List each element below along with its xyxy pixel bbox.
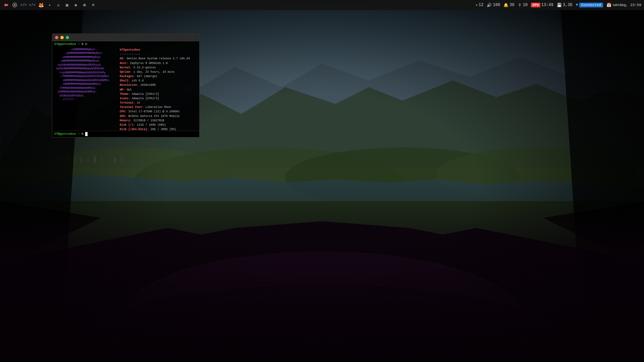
audio-icon: 🔊 xyxy=(487,3,492,8)
taskbar-left: </> </> 🦊 ✦ ✉ ▣ ◈ ⊞ ≡ xyxy=(3,2,97,8)
svg-marker-30 xyxy=(4,3,8,7)
cpu-indicator: CPU 13:49 xyxy=(531,3,553,7)
audio-level: 100 xyxy=(493,3,500,7)
info-memory-line: Memory: 3176MiB / 15927MiB xyxy=(120,119,197,123)
terminal-taskbar-icon[interactable] xyxy=(3,2,9,8)
network-indicator: ▼ Connected xyxy=(576,3,603,7)
bottom-prompt-line: kf@gentoobox ~ % xyxy=(52,131,199,137)
info-wm-line: WM: dwl xyxy=(120,88,197,92)
music-taskbar-icon[interactable]: ▣ xyxy=(64,2,70,8)
notif-count: 30 xyxy=(509,3,514,7)
browser-taskbar-icon[interactable]: 🦊 xyxy=(38,2,44,8)
info-shell-line: Shell: zsh 5.8 xyxy=(120,79,197,83)
info-icons-line: Icons: Adwaita [GTK2/3] xyxy=(120,97,197,101)
info-termfont-line: Terminal Font: Liberation Mono xyxy=(120,105,197,110)
mic-indicator: 🎙 10 xyxy=(518,3,528,8)
info-packages-line: Packages: 947 (emerge) xyxy=(120,74,197,79)
datetime-display: søndag, 23:58 xyxy=(612,3,641,7)
battery-icon: ● xyxy=(476,3,478,7)
info-host-line: Host: Zephyrus M GM501GS 1.0 xyxy=(120,61,197,66)
app9-taskbar-icon[interactable]: ⊞ xyxy=(81,2,88,8)
terminal-titlebar xyxy=(52,34,199,41)
info-terminal-line: Terminal: st xyxy=(120,101,197,105)
datetime-indicator: 📅 søndag, 23:58 xyxy=(606,3,641,8)
vpn-icon: ▼ xyxy=(576,3,578,7)
memory-indicator: 💾 3,3G xyxy=(557,3,573,8)
mic-icon: 🎙 xyxy=(518,3,522,8)
mem-icon: 💾 xyxy=(557,3,562,8)
mem-value: 3,3G xyxy=(563,3,573,7)
info-separator: ------------ xyxy=(120,52,197,57)
code2-taskbar-icon[interactable]: </> xyxy=(29,2,36,8)
svg-point-32 xyxy=(14,4,16,6)
mic-level: 10 xyxy=(523,3,528,7)
info-disk-data-line: Disk (/mnt/data): 28G / 380G (8%) xyxy=(120,127,197,131)
info-kernel-line: Kernel: 5.15.5-gentoo xyxy=(120,66,197,70)
cpu-badge: CPU xyxy=(531,3,540,7)
info-gpu-line: GPU: NVIDIA GeForce GTX 1070 Mobile xyxy=(120,114,197,119)
top-prompt-dollar: % xyxy=(82,42,85,46)
audio-indicator: 🔊 100 xyxy=(487,3,500,8)
sysinfo-panel: kf@gentoobox ------------ OS: Gentoo Bas… xyxy=(118,47,199,131)
info-username: kf@gentoobox xyxy=(120,48,140,52)
code1-taskbar-icon[interactable]: </> xyxy=(20,2,27,8)
bottom-prompt-user: kf@gentoobox xyxy=(54,132,76,136)
top-prompt-tilde: ~ xyxy=(78,42,82,46)
info-cpu-line: CPU: Intel i7-8750H (12) @ 4.100GHz xyxy=(120,110,197,114)
terminal-window[interactable]: kf@gentoobox ~ % n -cdNMMMMMMNmhy+- -yNM… xyxy=(52,34,200,137)
taskbar-right: ● 12 🔊 100 🔔 30 🎙 10 CPU 13:49 💾 xyxy=(476,3,641,8)
cursor xyxy=(85,132,88,136)
maximize-dot[interactable] xyxy=(66,36,69,39)
taskbar: </> </> 🦊 ✦ ✉ ▣ ◈ ⊞ ≡ ● 12 🔊 100 🔔 30 xyxy=(0,0,644,10)
app5-taskbar-icon[interactable]: ✦ xyxy=(46,2,53,8)
battery-level: 12 xyxy=(479,3,483,7)
top-command: n xyxy=(85,42,87,46)
cpu-time: 13:49 xyxy=(541,3,553,7)
calendar-icon: 📅 xyxy=(606,3,611,8)
terminal-content: -cdNMMMMMMNmhy+- -yNMMMMMMMMMMMMNNmdhy+ … xyxy=(52,47,199,131)
bottom-prompt-dollar: % xyxy=(82,132,85,136)
info-os-line: OS: Gentoo Base System release 2.7 x86_6… xyxy=(120,57,197,61)
battery-indicator: ● 12 xyxy=(476,3,483,7)
notifications-indicator[interactable]: 🔔 30 xyxy=(503,3,514,8)
notif-icon: 🔔 xyxy=(503,3,508,8)
minimize-dot[interactable] xyxy=(60,36,64,39)
connected-badge: Connected xyxy=(579,3,603,7)
info-uptime-line: Uptime: 1 day, 23 hours, 19 mins xyxy=(120,70,197,74)
ascii-art-panel: -cdNMMMMMMNmhy+- -yNMMMMMMMMMMMMNNmdhy+ … xyxy=(52,47,118,131)
app10-taskbar-icon[interactable]: ≡ xyxy=(90,2,97,8)
app8-taskbar-icon[interactable]: ◈ xyxy=(72,2,79,8)
bottom-prompt-sep: ~ xyxy=(78,132,82,136)
files-taskbar-icon[interactable] xyxy=(11,2,18,8)
close-dot[interactable] xyxy=(55,36,58,39)
mail-taskbar-icon[interactable]: ✉ xyxy=(55,2,62,8)
info-resolution-line: Resolution: 644x362 xyxy=(120,83,197,87)
top-prompt-user: kf@gentoobox xyxy=(54,42,76,46)
info-disk-root-line: Disk (/): 121G / 160G (80%) xyxy=(120,123,197,127)
info-theme-line: Theme: Adwaita [GTK2/3] xyxy=(120,92,197,97)
